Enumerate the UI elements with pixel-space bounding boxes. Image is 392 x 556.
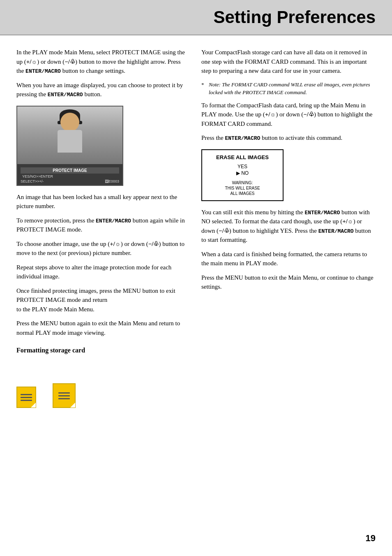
note-block: Note: The FORMAT CARD command WILL erase… [201,81,376,97]
note-icon-line [21,400,32,401]
left-para-2: When you have an image displayed, you ca… [16,81,189,99]
lcd-bar: PROTECT IMAGE YES/NO>>ENTER SELECT>>+/- … [17,164,122,186]
child-head [60,113,79,132]
note-icon-line [58,392,70,394]
child-figure [53,113,86,162]
content-area: In the PLAY mode Main Menu, select PROTE… [0,35,392,371]
lcd-select: SELECT>>+/- [21,179,44,183]
right-para-3: Press the ENTER/MACRO button to activate… [201,133,376,143]
erase-option-yes: YES [208,164,277,169]
erase-box-title: ERASE ALL IMAGES [208,154,277,160]
left-para-8: Press the MENU button again to exit the … [16,319,189,337]
right-para-6: Press the MENU button to exit the Main M… [201,273,376,292]
note-icon-lines-large [58,392,70,399]
page-title: Setting Preferences [16,7,376,27]
section-heading: Formatting storage card [16,345,189,355]
right-para-1: Your CompactFlash storage card can have … [201,48,376,76]
lcd-line-1: YES/NO>>ENTER [21,174,119,178]
page-number: 19 [366,533,376,544]
lcd-bottom: SELECT>>+/- 🖼E0003 [21,179,119,183]
erase-option-no: NO [208,170,277,176]
note-icon-line [21,397,32,398]
left-para-7: Once finished protecting images, press t… [16,286,189,314]
lcd-title: PROTECT IMAGE [21,167,119,174]
left-column: In the PLAY mode Main Menu, select PROTE… [16,48,189,359]
camera-lcd-screen: PROTECT IMAGE YES/NO>>ENTER SELECT>>+/- … [16,106,123,186]
note-icon-line [58,398,70,399]
right-para-2: To format the CompactFlash data card, br… [201,101,376,129]
left-para-6: Repeat steps above to alter the image pr… [16,263,189,281]
erase-all-images-box: ERASE ALL IMAGES YES NO WARNING: THIS WI… [201,149,284,201]
left-para-5: To choose another image, use the up (+/☼… [16,239,189,258]
left-para-3: An image that has been locked has a smal… [16,192,189,211]
note-icon-line [21,394,32,395]
right-para-5: When a data card is finished being forma… [201,250,376,268]
erase-warning: WARNING: THIS WILL ERASE ALL IMAGES [208,180,277,196]
lcd-num: 🖼E0003 [105,179,119,183]
child-body [58,130,82,153]
bottom-icons-area [0,383,392,408]
left-para-1: In the PLAY mode Main Menu, select PROTE… [16,48,189,76]
page-header: Setting Preferences [0,0,392,35]
right-column: Your CompactFlash storage card can have … [201,48,376,359]
right-para-4: You can still exit this menu by hitting … [201,208,376,245]
photo-background [17,107,122,164]
note-icon-line [58,395,70,396]
note-icon-small [16,387,36,408]
note-icon-lines-small [21,394,32,401]
left-para-4: To remove protection, press the ENTER/MA… [16,216,189,234]
note-icon-large [53,383,76,408]
